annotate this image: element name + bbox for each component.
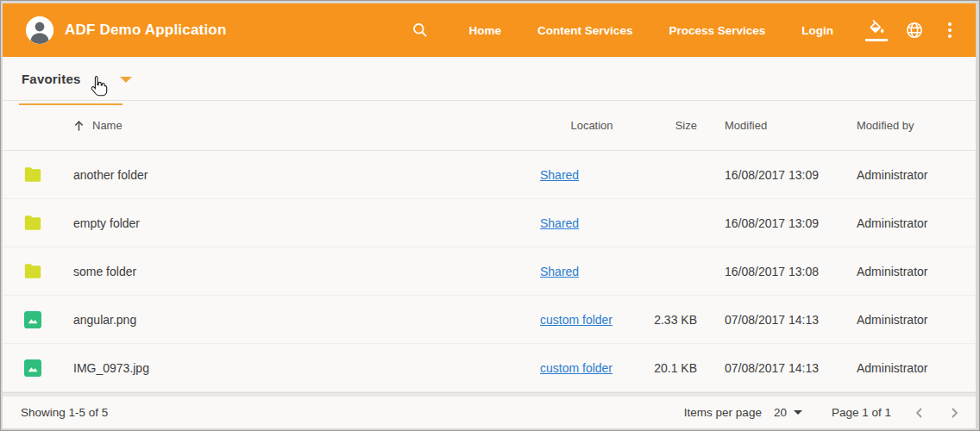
items-per-page-value: 20 — [774, 406, 787, 419]
image-icon — [24, 311, 41, 328]
arrow-upward-icon — [73, 120, 85, 132]
row-modified: 07/08/2017 14:13 — [725, 313, 857, 327]
location-link[interactable]: Shared — [540, 168, 579, 182]
column-header-modified-by[interactable]: Modified by — [857, 119, 958, 132]
row-modified: 16/08/2017 13:09 — [725, 168, 857, 182]
row-type-icon-cell — [24, 359, 73, 377]
row-type-icon-cell — [24, 216, 73, 230]
location-link[interactable]: Shared — [540, 216, 579, 230]
next-page-icon[interactable] — [948, 407, 960, 419]
chevron-down-icon — [120, 77, 132, 83]
search-icon[interactable] — [411, 22, 429, 39]
row-type-icon-cell — [24, 311, 73, 328]
row-modified-by: Administrator — [857, 265, 958, 278]
row-name: some folder — [73, 265, 540, 278]
table-row[interactable]: another folder Shared 16/08/2017 13:09 A… — [3, 151, 976, 199]
nav-login[interactable]: Login — [801, 24, 833, 37]
items-per-page-label: Items per page — [684, 406, 762, 419]
column-header-name[interactable]: Name — [73, 119, 540, 132]
folder-icon — [24, 264, 41, 278]
column-header-modified[interactable]: Modified — [725, 119, 857, 132]
theme-color-fill-icon[interactable] — [865, 20, 888, 41]
row-name: another folder — [73, 168, 540, 182]
row-type-icon-cell — [24, 167, 73, 182]
location-link[interactable]: custom folder — [540, 313, 612, 327]
main-nav: Home Content Services Process Services L… — [451, 24, 851, 37]
column-header-location[interactable]: Location — [540, 119, 644, 132]
row-name: empty folder — [73, 216, 540, 230]
row-location-cell: Shared — [540, 265, 644, 278]
row-location-cell: Shared — [540, 168, 644, 182]
table-row[interactable]: empty folder Shared 16/08/2017 13:09 Adm… — [3, 199, 976, 247]
nav-home[interactable]: Home — [469, 24, 502, 37]
row-location-cell: custom folder — [540, 361, 644, 375]
view-dropdown-favorites[interactable]: Favorites — [19, 69, 132, 93]
table-body: another folder Shared 16/08/2017 13:09 A… — [3, 151, 976, 392]
row-modified: 16/08/2017 13:08 — [725, 265, 857, 278]
language-globe-icon[interactable] — [905, 21, 924, 40]
table-header-row: Name Location Size Modified Modified by — [3, 101, 976, 151]
caret-down-icon — [794, 410, 802, 415]
items-per-page-select[interactable]: 20 — [774, 406, 802, 419]
row-modified: 16/08/2017 13:09 — [725, 216, 857, 230]
showing-range-label: Showing 1-5 of 5 — [21, 406, 108, 419]
column-header-name-label: Name — [92, 119, 122, 132]
row-location-cell: custom folder — [540, 313, 644, 327]
row-modified-by: Administrator — [857, 216, 958, 230]
row-modified-by: Administrator — [857, 361, 958, 375]
app-title: ADF Demo Application — [65, 22, 227, 39]
column-header-size[interactable]: Size — [644, 119, 697, 132]
page-of-label: Page 1 of 1 — [832, 406, 891, 419]
row-size: 20.1 KB — [644, 361, 697, 375]
color-underline — [865, 39, 888, 41]
row-modified: 07/08/2017 14:13 — [725, 361, 857, 375]
row-name: angular.png — [73, 313, 540, 327]
location-link[interactable]: custom folder — [540, 361, 612, 375]
nav-content-services[interactable]: Content Services — [537, 24, 632, 37]
row-modified-by: Administrator — [857, 313, 958, 327]
favorites-table: Name Location Size Modified Modified by — [3, 101, 976, 392]
row-type-icon-cell — [24, 264, 73, 278]
pagination-footer: Showing 1-5 of 5 Items per page 20 Page … — [3, 397, 976, 428]
more-vert-icon[interactable] — [943, 19, 957, 41]
pagination-controls: Items per page 20 Page 1 of 1 — [684, 406, 960, 419]
view-label: Favorites — [19, 69, 84, 93]
table-row[interactable]: IMG_0973.jpg custom folder 20.1 KB 07/08… — [3, 344, 976, 392]
row-location-cell: Shared — [540, 216, 644, 230]
location-link[interactable]: Shared — [540, 265, 579, 278]
header-actions: Home Content Services Process Services L… — [411, 19, 957, 41]
view-selector-bar: Favorites — [3, 57, 976, 101]
folder-icon — [24, 216, 41, 230]
avatar — [26, 16, 53, 44]
app-page: ADF Demo Application Home Content Servic… — [3, 3, 976, 428]
table-row[interactable]: some folder Shared 16/08/2017 13:08 Admi… — [3, 247, 976, 296]
row-name: IMG_0973.jpg — [73, 361, 540, 375]
previous-page-icon[interactable] — [914, 407, 926, 419]
image-icon — [24, 359, 41, 377]
nav-process-services[interactable]: Process Services — [669, 24, 765, 37]
row-size: 2.33 KB — [644, 313, 697, 327]
table-row[interactable]: angular.png custom folder 2.33 KB 07/08/… — [3, 296, 976, 344]
app-header: ADF Demo Application Home Content Servic… — [3, 3, 976, 57]
row-modified-by: Administrator — [857, 168, 958, 182]
folder-icon — [24, 167, 41, 182]
active-tab-underline — [19, 103, 122, 105]
person-icon — [26, 16, 53, 44]
